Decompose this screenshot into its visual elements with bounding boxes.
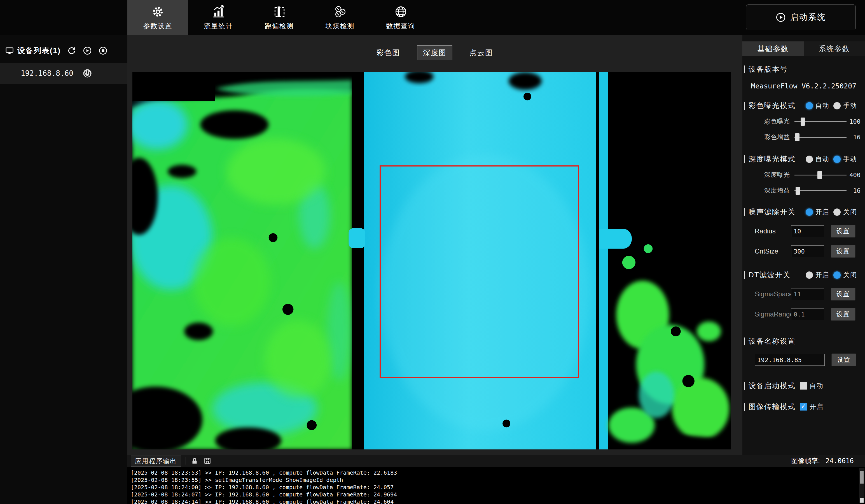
tab-data-query[interactable]: 数据查询 — [370, 0, 431, 35]
sigmarange-input[interactable] — [791, 308, 824, 320]
parameter-panel: 基础参数 系统参数 设备版本号 MeasureFlow_V6.2.2.25020… — [742, 35, 865, 455]
parameter-tabs: 基础参数 系统参数 — [742, 42, 865, 56]
dt-filter-row: DT滤波开关 开启 关闭 — [742, 270, 865, 280]
noise-filter-on-radio[interactable] — [806, 209, 813, 216]
transfer-mode-on-checkbox[interactable] — [800, 403, 807, 411]
on-option-label: 开启 — [816, 208, 829, 216]
device-list-icon — [4, 46, 14, 56]
device-name-input[interactable] — [755, 354, 825, 366]
tab-depth-image[interactable]: 深度图 — [417, 45, 452, 60]
dt-filter-on-radio[interactable] — [806, 271, 813, 279]
cntsize-input[interactable] — [791, 245, 824, 257]
depth-exposure-slider-row: 深度曝光 400 — [742, 171, 865, 179]
slider-handle[interactable] — [817, 171, 822, 179]
depth-exposure-auto-radio[interactable] — [806, 156, 813, 163]
radius-input[interactable] — [791, 225, 824, 237]
tab-basic-params[interactable]: 基础参数 — [742, 42, 804, 56]
slider-handle[interactable] — [796, 187, 800, 195]
depth-exposure-slider[interactable] — [794, 175, 846, 175]
color-exposure-mode-row: 彩色曝光模式 自动 手动 — [742, 101, 865, 110]
device-version-label: 设备版本号 — [749, 65, 788, 74]
start-mode-auto-checkbox[interactable] — [800, 382, 807, 389]
tab-parameter-settings[interactable]: 参数设置 — [127, 0, 188, 35]
tab-deviation-detection[interactable]: 跑偏检测 — [249, 0, 310, 35]
nav-tab-label: 块煤检测 — [325, 22, 355, 31]
color-exposure-auto-radio[interactable] — [806, 102, 813, 109]
refresh-icon[interactable] — [67, 46, 77, 56]
sigmaspace-label: SigmaSpace — [755, 290, 791, 298]
sigmaspace-input[interactable] — [791, 288, 824, 300]
off-option-label: 关闭 — [843, 208, 857, 216]
start-mode-label: 设备启动模式 — [749, 381, 796, 391]
start-mode-row: 设备启动模式 自动 — [742, 381, 865, 391]
sigmaspace-set-button[interactable]: 设置 — [831, 288, 855, 301]
application-window: 参数设置 流量统计 跑偏检测 块煤检测 — [0, 0, 865, 504]
depth-exposure-mode-row: 深度曝光模式 自动 手动 — [742, 154, 865, 164]
color-exposure-label: 彩色曝光 — [759, 117, 790, 126]
roi-rectangle[interactable] — [380, 165, 579, 378]
save-log-icon[interactable] — [203, 457, 212, 465]
cntsize-set-button[interactable]: 设置 — [831, 245, 855, 258]
gear-icon — [151, 5, 165, 19]
tab-flow-statistics[interactable]: 流量统计 — [188, 0, 249, 35]
frame-rate-readout: 图像帧率: 24.0616 — [791, 456, 862, 465]
scrollbar-down-button[interactable] — [860, 498, 864, 503]
color-gain-value: 16 — [846, 134, 865, 141]
stop-all-icon[interactable] — [98, 46, 108, 56]
radius-set-button[interactable]: 设置 — [831, 225, 855, 237]
tab-point-cloud[interactable]: 点云图 — [464, 45, 499, 60]
radius-label: Radius — [755, 227, 791, 235]
device-sidebar: 设备列表(1) 192.168.8.60 — [0, 35, 127, 504]
noise-filter-row: 噪声滤除开关 开启 关闭 — [742, 207, 865, 217]
start-system-button[interactable]: 启动系统 — [746, 4, 856, 30]
device-name-row: 设置 — [742, 353, 865, 366]
tab-coal-detection[interactable]: 块煤检测 — [310, 0, 370, 35]
tab-system-params[interactable]: 系统参数 — [804, 42, 865, 56]
slider-handle[interactable] — [795, 133, 799, 141]
nav-tab-label: 参数设置 — [143, 22, 172, 31]
noise-filter-off-radio[interactable] — [833, 209, 841, 216]
device-version-value: MeasureFlow_V6.2.2.250207 — [742, 82, 865, 90]
image-viewer-area: 彩色图 深度图 点云图 — [127, 35, 742, 455]
sigmarange-set-button[interactable]: 设置 — [831, 308, 855, 321]
device-name-header: 设备名称设置 — [742, 336, 865, 346]
depth-exposure-mode-label: 深度曝光模式 — [749, 154, 796, 164]
cntsize-label: CntSize — [755, 247, 791, 255]
log-line: [2025-02-08 18:23:53] >> IP: 192.168.8.6… — [131, 469, 853, 476]
device-ip-label: 192.168.8.60 — [21, 69, 73, 78]
device-list-item[interactable]: 192.168.8.60 — [0, 63, 127, 84]
device-name-set-button[interactable]: 设置 — [831, 353, 856, 366]
lock-icon[interactable] — [191, 457, 199, 465]
main-nav-tabs: 参数设置 流量统计 跑偏检测 块煤检测 — [127, 0, 431, 35]
dt-filter-off-radio[interactable] — [833, 271, 841, 279]
sigmarange-row: SigmaRange 设置 — [742, 308, 865, 321]
color-gain-slider[interactable] — [794, 137, 846, 138]
color-exposure-slider[interactable] — [794, 121, 846, 122]
on-option-label: 开启 — [816, 271, 829, 279]
application-output-tab[interactable]: 应用程序输出 — [131, 456, 181, 467]
power-icon[interactable] — [82, 68, 92, 78]
color-exposure-mode-label: 彩色曝光模式 — [749, 101, 796, 110]
log-line: [2025-02-08 18:23:55] >> setImageTransfe… — [131, 476, 853, 483]
play-all-icon[interactable] — [83, 46, 92, 56]
auto-option-label: 自动 — [816, 101, 829, 110]
console-scrollbar[interactable] — [859, 468, 864, 503]
color-exposure-manual-radio[interactable] — [833, 102, 841, 109]
console-header: 应用程序输出 图像帧率: 24.0616 — [127, 455, 865, 467]
sigmarange-label: SigmaRange — [755, 310, 791, 318]
dt-filter-label: DT滤波开关 — [749, 270, 791, 280]
log-output-area[interactable]: [2025-02-08 18:23:53] >> IP: 192.168.8.6… — [127, 467, 865, 504]
depth-image-viewport[interactable] — [132, 72, 731, 449]
device-name-label: 设备名称设置 — [749, 336, 796, 346]
scrollbar-thumb[interactable] — [860, 471, 864, 483]
slider-handle[interactable] — [800, 118, 805, 126]
color-gain-label: 彩色增益 — [759, 133, 790, 141]
nav-tab-label: 跑偏检测 — [265, 22, 294, 31]
frame-rate-label: 图像帧率: — [791, 456, 820, 465]
belt-deviation-icon — [273, 5, 286, 19]
depth-gain-slider-row: 深度增益 16 — [742, 186, 865, 195]
tab-color-image[interactable]: 彩色图 — [371, 45, 406, 60]
depth-exposure-manual-radio[interactable] — [833, 156, 841, 163]
depth-gain-slider[interactable] — [794, 190, 846, 191]
divider — [186, 457, 186, 465]
